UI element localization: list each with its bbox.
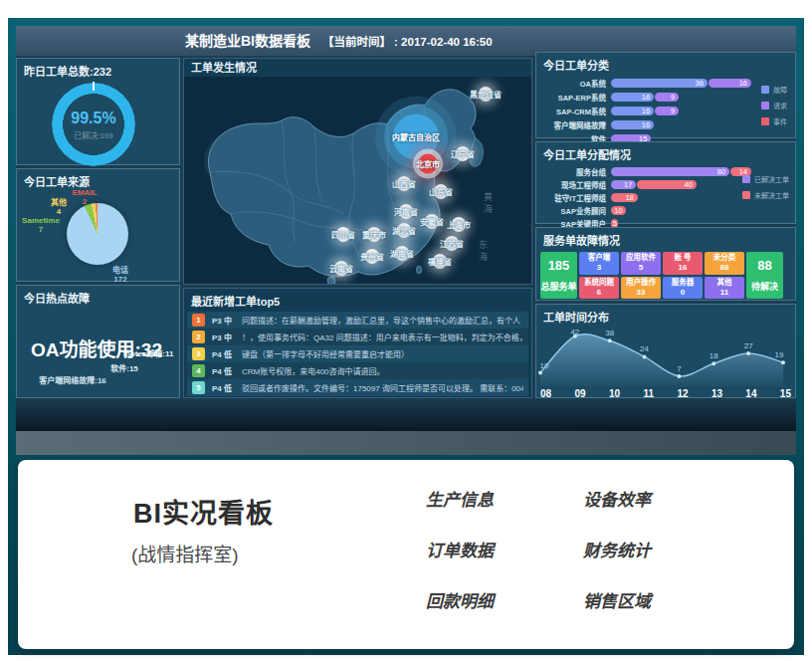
map-bubble-label: 北京市 (416, 158, 440, 169)
classification-bars: OA系统3616SAP-ERP系统169SAP-CRM系统169客户端网络故障1… (536, 75, 795, 145)
bar-segment: 16 (611, 120, 654, 129)
map-bubble: 安徽省 (420, 216, 444, 227)
tile-value: 88 (720, 263, 729, 273)
time-chart-value: 7 (677, 364, 682, 373)
map-bubble: 云南省 (329, 263, 353, 274)
tile-label: 应用软件 (626, 253, 656, 263)
map-bubble: 辽宁省 (451, 148, 475, 159)
tile-label: 待解决 (751, 280, 778, 293)
resolved-gauge-chart: 99.5% 已解决:199 (52, 83, 135, 166)
bar-track: 10 (611, 206, 627, 215)
bar-track: 3616 (611, 79, 752, 88)
bar-segment: 10 (611, 206, 626, 215)
source-pie-chart: EMAIL2其他4Sametime7电话172 (17, 169, 179, 281)
pie-slice-label: 电话172 (112, 266, 128, 284)
map-bubble: 湖北省 (392, 225, 416, 236)
tile-label: 用户操作 (626, 278, 656, 288)
bar-label: 驻守IT工程师组 (536, 192, 611, 203)
rank-badge: 5 (192, 381, 205, 394)
legend-label: 故障 (773, 85, 787, 95)
dashboard-screen: 某制造业BI数据看板 【当前时间】 : 2017-02-40 16:50 昨日工… (16, 26, 796, 455)
unresolved-tickets-tile: 88待解决 (746, 252, 783, 299)
rank-badge: 4 (192, 364, 205, 377)
panel-ticket-source: 今日工单来源 EMAIL2其他4Sametime7电话172 (16, 168, 180, 282)
fault-tile: 账 号16 (663, 252, 703, 275)
bar-track: 1740 (611, 180, 698, 189)
map-bubble-label: 河南省 (394, 206, 418, 217)
china-map: 黑龙江省内蒙古自治区北京市辽宁省山西省山东省河南省安徽省上海市江苏省湖北省四川省… (184, 77, 531, 284)
tile-value: 33 (637, 288, 646, 298)
tile-value: 11 (720, 288, 728, 298)
fault-tile: 系统问题6 (579, 277, 619, 300)
resolved-percent: 99.5% (71, 110, 115, 127)
map-bubble: 湖南省 (390, 248, 414, 259)
feature-item: 生产信息 (426, 486, 583, 511)
card-subtitle: (战情指挥室) (131, 540, 239, 566)
pie-slice-value: 172 (112, 275, 128, 284)
bar-segment: 9 (655, 107, 679, 115)
fault-tile: 用户操作33 (621, 277, 661, 300)
fault-tile-grid: 客户端3应用软件5账 号16未分类88系统问题6用户操作33服务器0其他11 (579, 252, 744, 299)
bar-segment: 16 (709, 79, 751, 88)
map-bubble-label: 山西省 (392, 178, 416, 189)
bar-label: 现场工程师组 (536, 179, 611, 190)
fault-tile: 客户端3 (579, 252, 619, 275)
resolved-count: 已解决:199 (74, 129, 113, 140)
tile-label: 客户端 (588, 253, 611, 263)
bar-segment: 17 (611, 180, 636, 189)
feature-item: 设备效率 (583, 486, 740, 511)
map-bubble: 福建省 (428, 256, 452, 267)
tile-value: 16 (679, 263, 688, 273)
rank-badge: 2 (192, 330, 205, 343)
sea-label: 东海 (477, 240, 490, 264)
time-chart-value: 42 (570, 328, 579, 336)
map-bubble: 河南省 (394, 206, 418, 217)
map-bubble-label: 江苏省 (440, 238, 464, 249)
map-bubble-label: 湖北省 (392, 225, 416, 236)
bar-label: OA系统 (536, 78, 611, 89)
tile-label: 服务器 (672, 278, 695, 288)
priority-label: P3 中 (212, 315, 242, 326)
pie-slice-label: EMAIL2 (73, 188, 98, 206)
page: 某制造业BI数据看板 【当前时间】 : 2017-02-40 16:50 昨日工… (0, 0, 812, 661)
time-chart-value: 27 (744, 341, 753, 350)
fault-tile: 服务器0 (663, 277, 703, 300)
fault-word: 软件:15 (110, 362, 138, 373)
top5-list: 1P3 中问题描述：在薪酬激励管理，激励汇总里，导这个销售中心的激励汇总，有个人… (184, 311, 531, 397)
panel-time-distribution: 工单时间分布 104238247182719 0809101112131415 (535, 304, 796, 398)
map-bubble-label: 辽宁省 (451, 148, 475, 159)
tile-label: 未分类 (713, 253, 736, 263)
sea-label: 黄海 (482, 192, 495, 216)
map-bubble: 上海市 (447, 219, 471, 230)
map-bubble-label: 福建省 (428, 256, 452, 267)
map-bubble: 内蒙古自治区 (392, 131, 440, 142)
map-bubble-label: 贵州省 (360, 251, 384, 262)
top5-row: 5P4 低驳回或者作废操作。文件编号：175097 询问工程师是否可以处理。 需… (187, 379, 528, 396)
screen-bottom-strip (16, 431, 796, 455)
tile-label: 其他 (717, 278, 732, 288)
card-title: BI实况看板 (133, 492, 274, 531)
panel-ticket-map: 工单发生情况 (183, 58, 532, 285)
legend-item: 请求 (761, 101, 787, 110)
bar-track: 169 (611, 93, 680, 102)
time-distribution-chart: 104238247182719 (536, 327, 795, 388)
map-bubble: 四川省 (331, 229, 355, 240)
map-bubble: 江苏省 (440, 238, 464, 249)
top5-row: 1P3 中问题描述：在薪酬激励管理，激励汇总里，导这个销售中心的激励汇总，有个人… (187, 312, 528, 329)
panel-title: 最近新增工单top5 (184, 289, 531, 311)
time-chart-value: 18 (710, 351, 718, 360)
pie-slice-value: 4 (51, 207, 67, 216)
bar-row: SAP业务顾问10 (536, 204, 795, 217)
top5-row: 4P4 低CRM账号权限，来电400咨询中请退回。 (187, 362, 528, 379)
panel-hot-faults: 今日热点故障 OA功能使用:32Inotes邮箱:11软件:15客户端网络故障:… (16, 285, 180, 398)
top5-row: 2P3 中！，使用事务代码：QA32 问题描述：用户来电表示有一批物料，判定为不… (187, 329, 528, 345)
time-chart-point (746, 351, 750, 355)
panel-title: 工单时间分布 (536, 305, 795, 327)
map-bubble: 山西省 (392, 178, 416, 189)
legend-item: 故障 (761, 85, 787, 95)
bar-row: 客户端网络故障16 (536, 117, 795, 131)
feature-item: 销售区域 (583, 587, 740, 612)
tile-label: 总服务单 (540, 280, 576, 293)
bar-label: 客户端网络故障 (536, 119, 611, 130)
time-chart-point (781, 360, 785, 364)
